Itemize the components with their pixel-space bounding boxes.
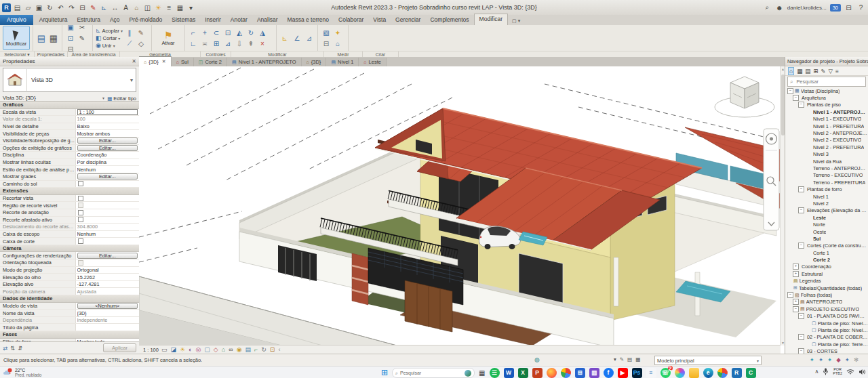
- tab-arquivo[interactable]: Arquivo: [0, 15, 33, 25]
- qat-icon[interactable]: ↔: [111, 3, 119, 12]
- status-icon[interactable]: ▦: [635, 356, 640, 362]
- property-value[interactable]: Nenhum: [75, 166, 139, 173]
- close-icon[interactable]: ✕: [132, 58, 136, 64]
- ribbon-display-toggle[interactable]: ▢ ▾: [508, 17, 524, 25]
- tree-item[interactable]: Nível 2 - PREFEITURA: [785, 144, 868, 150]
- selection-filter-icon[interactable]: ◆: [836, 356, 841, 363]
- view-control-icon[interactable]: ▢: [204, 346, 210, 353]
- ribbon-tool-icon[interactable]: ↻: [245, 28, 256, 38]
- help-icon[interactable]: ?: [856, 3, 865, 12]
- property-value[interactable]: [75, 202, 139, 209]
- property-value[interactable]: [75, 181, 139, 188]
- tree-item[interactable]: − 03 - CORTES: [785, 348, 868, 354]
- tree-toggle[interactable]: −: [798, 102, 804, 108]
- scale-control[interactable]: 1 : 100: [143, 347, 159, 353]
- ribbon-tool-icon[interactable]: ⊂: [211, 28, 222, 38]
- qat-icon[interactable]: ⌂: [132, 3, 141, 12]
- view-control-icon[interactable]: ⌐: [254, 346, 258, 353]
- qat-icon[interactable]: ✎: [89, 3, 98, 12]
- qat-icon[interactable]: ↶: [56, 3, 65, 12]
- checkbox[interactable]: [78, 210, 83, 215]
- property-value[interactable]: [75, 324, 139, 331]
- property-value[interactable]: <Nenhum>: [75, 303, 139, 310]
- tree-item[interactable]: − 01 - PLANTA DOS PAVIMENTOS: [785, 313, 868, 320]
- property-value[interactable]: Por disciplina: [75, 159, 139, 166]
- tree-toggle[interactable]: +: [793, 264, 799, 270]
- ribbon-tool-icon[interactable]: ×: [257, 39, 268, 49]
- checkbox[interactable]: [78, 203, 83, 208]
- user-avatar-icon[interactable]: ☻: [775, 3, 784, 12]
- tree-item[interactable]: Planta de piso: Nível 2 - A...: [785, 327, 868, 333]
- worksharing-icon[interactable]: ◍: [534, 356, 540, 363]
- property-value[interactable]: 15.2262: [75, 274, 139, 280]
- property-value[interactable]: Coordenação: [75, 152, 139, 159]
- tree-item[interactable]: − PROJETO EXECUTIVO: [785, 306, 868, 312]
- property-value[interactable]: Baixo: [75, 123, 139, 130]
- view-control-icon[interactable]: ↻: [261, 346, 267, 353]
- tree-item[interactable]: − Elevações (Elevação da construção): [785, 207, 868, 214]
- tree-item[interactable]: Terreno - PREFEITURA: [785, 179, 868, 186]
- view-control-icon[interactable]: ◐: [189, 346, 192, 353]
- browser-toolbar-icon[interactable]: ▤: [805, 68, 810, 75]
- ribbon-tool-icon[interactable]: ✂: [77, 22, 87, 33]
- status-icon[interactable]: ✎: [620, 356, 624, 362]
- design-option-select[interactable]: Modelo principal ▾: [654, 356, 762, 365]
- chevron-down-icon[interactable]: ▾: [130, 77, 136, 83]
- ribbon-tab[interactable]: Aço: [105, 15, 125, 25]
- ribbon-tool-icon[interactable]: ⊾: [279, 33, 290, 43]
- tree-item[interactable]: Oeste: [785, 228, 868, 235]
- qat-icon[interactable]: ⊟: [78, 3, 87, 12]
- tree-item[interactable]: Nível da Rua: [785, 158, 868, 165]
- ribbon-tab[interactable]: Analisar: [252, 15, 283, 25]
- ribbon-tool-icon[interactable]: ⇩: [234, 39, 245, 49]
- ribbon-tool-icon[interactable]: ▣: [65, 22, 76, 33]
- tree-item[interactable]: − Arquitetura: [785, 94, 868, 101]
- ribbon-tool-icon[interactable]: ⊿: [222, 39, 233, 49]
- search-input[interactable]: [795, 78, 855, 85]
- tree-toggle[interactable]: −: [798, 313, 804, 319]
- ribbon-tab[interactable]: Modificar: [474, 14, 508, 25]
- ribbon-tool-icon[interactable]: ∥: [124, 28, 135, 38]
- tray-chevron-icon[interactable]: ∧: [814, 369, 818, 375]
- ribbon-tool-icon[interactable]: ⊿: [304, 33, 315, 43]
- user-name[interactable]: daniel.krolides...: [787, 5, 827, 11]
- tree-toggle[interactable]: −: [798, 243, 804, 249]
- tree-toggle[interactable]: +: [793, 299, 799, 305]
- taskbar-app-icon[interactable]: [547, 368, 557, 378]
- tree-item[interactable]: Norte: [785, 221, 868, 228]
- taskbar-app-icon[interactable]: ☏ 2: [660, 368, 671, 378]
- taskbar-app-icon[interactable]: ☰: [490, 368, 500, 378]
- property-value[interactable]: Independente: [75, 317, 139, 324]
- view-tab[interactable]: ▤ Nível 1: [326, 58, 359, 66]
- taskbar-app-icon[interactable]: X: [518, 368, 528, 378]
- view-control-icon[interactable]: ◇: [214, 346, 218, 353]
- qat-icon[interactable]: ↷: [67, 3, 76, 12]
- checkbox[interactable]: [78, 181, 83, 186]
- microphone-icon[interactable]: [823, 368, 829, 375]
- tree-toggle[interactable]: −: [787, 88, 793, 94]
- property-value[interactable]: Ajustada: [75, 288, 139, 295]
- checkbox[interactable]: [78, 196, 83, 201]
- ribbon-tool-icon[interactable]: ⊟: [321, 39, 332, 49]
- taskbar-app-icon[interactable]: Ps: [632, 368, 642, 378]
- selection-filter-icon[interactable]: ✦: [818, 356, 823, 363]
- tree-item[interactable]: + Estrutural: [785, 270, 868, 277]
- taskbar-app-icon[interactable]: [689, 368, 699, 378]
- modify-tool-button[interactable]: Modificar: [3, 26, 30, 50]
- ribbon-tab[interactable]: Inserir: [200, 15, 226, 25]
- tree-item[interactable]: Nível 2: [785, 200, 868, 207]
- taskbar-app-icon[interactable]: [717, 368, 728, 378]
- ribbon-tool-icon[interactable]: ⇞: [245, 39, 256, 49]
- tree-item[interactable]: Terreno - EXECUTIVO: [785, 172, 868, 179]
- selection-filter-icon[interactable]: ✻: [854, 356, 859, 363]
- property-value[interactable]: -127.4281: [75, 281, 139, 288]
- browser-toolbar-icon[interactable]: ▽: [828, 68, 833, 75]
- type-selector[interactable]: Vista 3D ▾: [3, 68, 136, 92]
- property-value[interactable]: Editar...: [75, 145, 139, 152]
- tree-item[interactable]: + Coordenação: [785, 264, 868, 270]
- volume-icon[interactable]: [859, 369, 866, 375]
- view-tab[interactable]: ▤ Nível 1 - ANTEPROJETO: [227, 58, 302, 66]
- selection-filter-icon[interactable]: ✦: [827, 356, 832, 363]
- ribbon-tool-icon[interactable]: ⊞: [211, 39, 222, 49]
- taskbar-app-icon[interactable]: ▥: [589, 368, 599, 378]
